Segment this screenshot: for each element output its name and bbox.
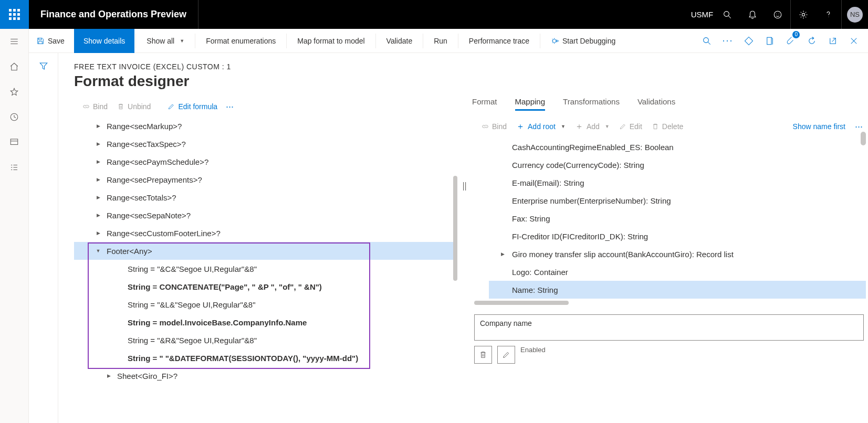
- user-avatar[interactable]: NS: [847, 7, 863, 23]
- map-format-button[interactable]: Map format to model: [288, 29, 374, 53]
- delete-mapping-button[interactable]: [474, 346, 492, 364]
- settings-button[interactable]: [791, 0, 816, 29]
- mapping-row[interactable]: E-mail(Email): String: [489, 174, 866, 192]
- run-button[interactable]: Run: [424, 29, 457, 53]
- tree-row[interactable]: String = "&C&"Segoe UI,Regular"&8": [74, 260, 457, 278]
- nav-recent[interactable]: [0, 104, 29, 130]
- show-all-button[interactable]: Show all ▼: [137, 29, 194, 53]
- edit-mapping-button[interactable]: [497, 346, 515, 364]
- app-launcher-button[interactable]: [0, 0, 29, 29]
- tree-row[interactable]: String = model.InvoiceBase.CompanyInfo.N…: [74, 313, 457, 331]
- attachments-button[interactable]: 0: [781, 29, 801, 53]
- more-mapping-actions[interactable]: ···: [852, 121, 866, 132]
- splitter[interactable]: [457, 97, 472, 423]
- mapping-row[interactable]: FI-Creditor ID(FICreditorID_DK): String: [489, 227, 866, 245]
- nav-rail: [0, 29, 29, 423]
- expand-caret[interactable]: [95, 195, 101, 200]
- add-button[interactable]: ＋ Add ▼: [572, 120, 613, 133]
- tab-transformations[interactable]: Transformations: [563, 97, 620, 111]
- svg-point-2: [774, 11, 781, 18]
- tree-row[interactable]: Range<secTotals>?: [74, 188, 457, 206]
- expand-caret[interactable]: [106, 373, 112, 378]
- tab-mapping[interactable]: Mapping: [515, 97, 546, 111]
- filter-pane-toggle[interactable]: [29, 53, 58, 423]
- tree-row[interactable]: Range<secPrepayments>?: [74, 171, 457, 188]
- tree-row[interactable]: Sheet<Giro_FI>?: [74, 367, 457, 385]
- search-button[interactable]: [715, 0, 740, 29]
- show-details-button[interactable]: Show details: [74, 29, 134, 53]
- format-tree[interactable]: Range<secMarkup>?Range<secTaxSpec>?Range…: [74, 117, 457, 385]
- more-actions-button[interactable]: ···: [718, 29, 738, 53]
- quick-search-button[interactable]: [697, 29, 717, 53]
- tree-scrollbar[interactable]: [453, 176, 457, 281]
- tree-row[interactable]: Range<secPaymSchedule>?: [74, 153, 457, 171]
- validate-button[interactable]: Validate: [377, 29, 422, 53]
- refresh-button[interactable]: [802, 29, 822, 53]
- start-debugging-button[interactable]: Start Debugging: [541, 29, 625, 53]
- ellipsis-icon: ···: [722, 35, 733, 46]
- description-field[interactable]: Company name: [474, 314, 864, 341]
- page-button[interactable]: [760, 29, 780, 53]
- mapping-row[interactable]: Giro money transfer slip account(BankAcc…: [489, 245, 866, 263]
- notifications-button[interactable]: [740, 0, 765, 29]
- bind-button[interactable]: Bind: [78, 100, 112, 113]
- nav-favorites[interactable]: [0, 79, 29, 104]
- tree-row[interactable]: Footer<Any>: [74, 242, 457, 260]
- tab-validations[interactable]: Validations: [637, 97, 675, 111]
- show-name-first-button[interactable]: Show name first: [790, 120, 849, 133]
- feedback-button[interactable]: [765, 0, 790, 29]
- expand-caret[interactable]: [95, 248, 101, 253]
- map-bind-button[interactable]: Bind: [478, 120, 510, 133]
- help-button[interactable]: [816, 0, 841, 29]
- nav-workspaces[interactable]: [0, 130, 29, 155]
- tree-row[interactable]: Range<secTaxSpec>?: [74, 135, 457, 153]
- mapping-row[interactable]: Fax: String: [489, 209, 866, 227]
- mapping-list[interactable]: CashAccountingRegimeEnabled_ES: BooleanC…: [472, 138, 866, 299]
- tree-row[interactable]: String = "&L&"Segoe UI,Regular"&8": [74, 295, 457, 313]
- tree-row[interactable]: String = "&R&"Segoe UI,Regular"&8": [74, 331, 457, 349]
- mapping-row[interactable]: Name: String: [489, 281, 866, 299]
- mapping-scrollbar[interactable]: [861, 132, 866, 145]
- mapping-hscroll[interactable]: [474, 301, 569, 305]
- delete-button[interactable]: Delete: [649, 120, 686, 133]
- edit-button[interactable]: Edit: [616, 120, 645, 133]
- mapping-pane: Format Mapping Transformations Validatio…: [472, 97, 868, 423]
- tree-row[interactable]: String = CONCATENATE("Page", " &P ", "of…: [74, 278, 457, 295]
- popout-button[interactable]: [823, 29, 843, 53]
- action-bar: Save Show details Show all ▼ Format enum…: [29, 29, 868, 53]
- office-button[interactable]: [739, 29, 759, 53]
- expand-caret[interactable]: [95, 141, 101, 146]
- tree-row[interactable]: Range<secCustomFooterLine>?: [74, 224, 457, 242]
- expand-caret[interactable]: [95, 177, 101, 182]
- breadcrumb: FREE TEXT INVOICE (EXCEL) CUSTOM : 1: [74, 62, 868, 71]
- expand-caret[interactable]: [95, 123, 101, 129]
- more-format-actions[interactable]: ···: [223, 101, 237, 112]
- close-button[interactable]: [844, 29, 864, 53]
- nav-home[interactable]: [0, 54, 29, 79]
- mapping-row[interactable]: CashAccountingRegimeEnabled_ES: Boolean: [489, 138, 866, 156]
- tree-label: String = " "&DATEFORMAT(SESSIONTODAY(), …: [128, 354, 358, 363]
- expand-caret[interactable]: [499, 251, 506, 257]
- star-icon: [9, 87, 19, 97]
- tree-row[interactable]: Range<secSepaNote>?: [74, 206, 457, 224]
- nav-modules[interactable]: [0, 155, 29, 180]
- mapping-row[interactable]: Logo: Container: [489, 263, 866, 281]
- company-picker[interactable]: USMF: [689, 0, 715, 29]
- expand-caret[interactable]: [95, 213, 101, 218]
- tree-row[interactable]: String = " "&DATEFORMAT(SESSIONTODAY(), …: [74, 349, 457, 367]
- add-root-button[interactable]: ＋ Add root ▼: [513, 120, 569, 133]
- performance-trace-button[interactable]: Performance trace: [459, 29, 539, 53]
- tree-label: String = "&C&"Segoe UI,Regular"&8": [128, 265, 257, 273]
- edit-formula-button[interactable]: Edit formula: [163, 100, 222, 113]
- mapping-row[interactable]: Enterprise number(EnterpriseNumber): Str…: [489, 192, 866, 209]
- tab-format[interactable]: Format: [472, 97, 497, 111]
- mapping-row[interactable]: Currency code(CurrencyCode): String: [489, 156, 866, 174]
- expand-caret[interactable]: [95, 230, 101, 236]
- tree-row[interactable]: Range<secMarkup>?: [74, 117, 457, 135]
- unbind-button[interactable]: Unbind: [113, 100, 155, 113]
- expand-caret[interactable]: [95, 159, 101, 164]
- svg-point-19: [704, 37, 709, 43]
- nav-expand-button[interactable]: [0, 29, 29, 54]
- save-button[interactable]: Save: [29, 29, 74, 53]
- format-enumerations-button[interactable]: Format enumerations: [196, 29, 285, 53]
